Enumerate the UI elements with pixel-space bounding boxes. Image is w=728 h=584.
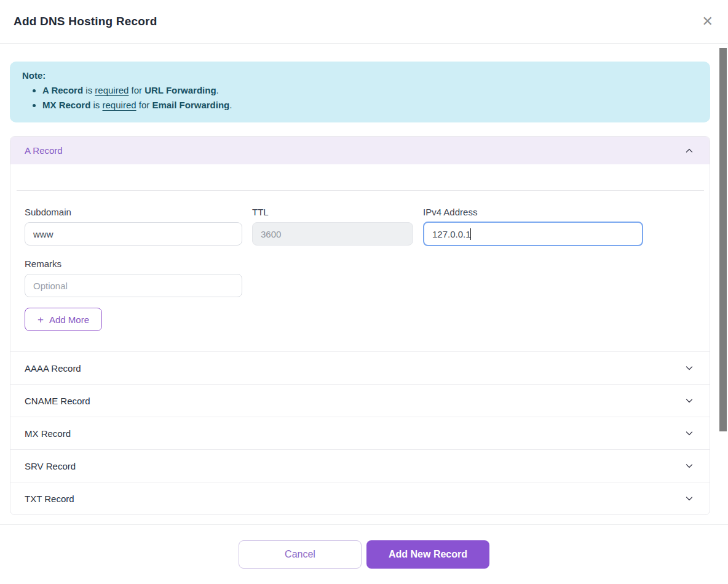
accordion-header-aaaa-record[interactable]: AAAA Record [10,351,710,384]
dialog-body: Note: A Record is required for URL Forwa… [0,44,728,524]
note-heading: Note: [22,70,698,81]
accordion-title: MX Record [25,428,71,439]
note-connector: for [129,85,144,95]
accordion-header-mx-record[interactable]: MX Record [10,417,710,449]
add-more-label: Add More [49,314,89,325]
ttl-field-group: TTL [252,207,413,246]
note-subject: MX Record [42,100,90,110]
record-accordion-card: A Record Subdomain TTL [10,136,710,515]
accordion-header-srv-record[interactable]: SRV Record [10,449,710,482]
note-item-mx-record: MX Record is required for Email Forwardi… [42,98,698,113]
ipv4-input[interactable] [423,222,643,246]
note-suffix: . [229,100,232,110]
chevron-up-icon [684,145,695,156]
note-emphasis: required [103,100,136,110]
close-button[interactable]: ✕ [701,14,714,30]
ipv4-label: IPv4 Address [423,207,643,217]
ttl-input [252,222,413,246]
chevron-down-icon [684,395,695,406]
accordion-title: AAAA Record [25,363,81,374]
note-list: A Record is required for URL Forwarding.… [22,83,698,113]
accordion-title: TXT Record [25,494,74,504]
note-object: URL Forwarding [144,85,216,95]
remarks-label: Remarks [25,258,242,269]
add-new-record-button[interactable]: Add New Record [366,540,489,569]
add-dns-record-dialog: Add DNS Hosting Record ✕ Note: A Record … [0,0,728,584]
accordion-title: A Record [25,145,63,156]
note-verb: is [90,100,102,110]
accordion-title: CNAME Record [25,396,90,406]
remarks-input[interactable] [25,274,242,297]
dialog-title: Add DNS Hosting Record [14,15,157,28]
remarks-field-group: Remarks [25,258,242,297]
section-divider [17,190,704,191]
a-record-form: Subdomain TTL IPv4 Address [10,164,710,351]
add-more-button[interactable]: + Add More [25,308,102,331]
accordion-title: SRV Record [25,461,76,471]
chevron-down-icon [684,362,695,374]
chevron-down-icon [684,460,695,471]
cancel-button[interactable]: Cancel [239,540,362,569]
accordion-header-a-record[interactable]: A Record [10,137,710,164]
chevron-down-icon [684,428,695,439]
dialog-header: Add DNS Hosting Record ✕ [0,0,728,44]
plus-icon: + [38,314,44,325]
note-connector: for [136,100,152,110]
note-suffix: . [216,85,219,95]
note-item-a-record: A Record is required for URL Forwarding. [42,83,698,98]
chevron-down-icon [684,493,695,504]
subdomain-field-group: Subdomain [25,207,242,246]
accordion-header-cname-record[interactable]: CNAME Record [10,384,710,417]
text-cursor [470,228,471,240]
ipv4-field-group: IPv4 Address [423,207,643,246]
accordion-header-txt-record[interactable]: TXT Record [10,482,710,514]
note-subject: A Record [42,85,83,95]
note-verb: is [83,85,95,95]
vertical-scrollbar[interactable] [718,44,728,524]
note-emphasis: required [95,85,129,95]
dialog-footer: Cancel Add New Record [0,524,728,584]
note-object: Email Forwarding [152,100,229,110]
ipv4-input-wrapper [423,222,643,246]
note-box: Note: A Record is required for URL Forwa… [10,62,710,122]
subdomain-input[interactable] [25,222,242,246]
close-icon: ✕ [702,14,713,29]
subdomain-label: Subdomain [25,207,242,217]
ttl-label: TTL [252,207,413,217]
scrollbar-thumb[interactable] [719,48,727,431]
a-record-fields-row: Subdomain TTL IPv4 Address [25,207,695,246]
